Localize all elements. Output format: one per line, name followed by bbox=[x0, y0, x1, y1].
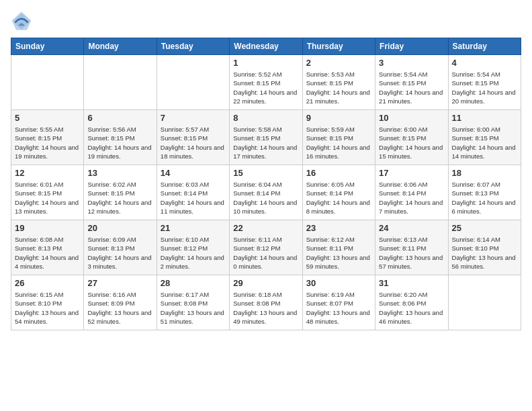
day-info: Sunrise: 6:20 AM Sunset: 8:06 PM Dayligh… bbox=[379, 290, 444, 326]
logo-icon bbox=[11, 11, 32, 32]
calendar-cell: 21Sunrise: 6:10 AM Sunset: 8:12 PM Dayli… bbox=[157, 220, 229, 275]
calendar-cell bbox=[84, 55, 157, 110]
calendar-week-1: 1Sunrise: 5:52 AM Sunset: 8:15 PM Daylig… bbox=[11, 55, 521, 110]
svg-marker-1 bbox=[12, 12, 32, 30]
calendar-cell: 19Sunrise: 6:08 AM Sunset: 8:13 PM Dayli… bbox=[11, 220, 84, 275]
calendar-cell: 30Sunrise: 6:19 AM Sunset: 8:07 PM Dayli… bbox=[302, 275, 375, 330]
day-number: 25 bbox=[452, 223, 517, 233]
day-info: Sunrise: 5:53 AM Sunset: 8:15 PM Dayligh… bbox=[306, 70, 371, 105]
day-number: 3 bbox=[379, 58, 444, 68]
calendar-cell: 24Sunrise: 6:13 AM Sunset: 8:11 PM Dayli… bbox=[375, 220, 448, 275]
day-number: 10 bbox=[379, 113, 444, 123]
day-info: Sunrise: 6:00 AM Sunset: 8:15 PM Dayligh… bbox=[379, 125, 444, 161]
day-info: Sunrise: 6:17 AM Sunset: 8:08 PM Dayligh… bbox=[161, 290, 226, 326]
weekday-header-friday: Friday bbox=[375, 38, 448, 55]
day-info: Sunrise: 6:07 AM Sunset: 8:13 PM Dayligh… bbox=[452, 180, 517, 216]
day-number: 14 bbox=[161, 168, 226, 178]
day-info: Sunrise: 5:58 AM Sunset: 8:15 PM Dayligh… bbox=[233, 125, 298, 161]
day-info: Sunrise: 6:18 AM Sunset: 8:08 PM Dayligh… bbox=[233, 290, 298, 326]
day-info: Sunrise: 6:03 AM Sunset: 8:14 PM Dayligh… bbox=[161, 180, 226, 216]
weekday-header-thursday: Thursday bbox=[302, 38, 375, 55]
day-number: 1 bbox=[233, 58, 298, 68]
calendar-cell: 7Sunrise: 5:57 AM Sunset: 8:15 PM Daylig… bbox=[157, 110, 229, 165]
weekday-header-row: SundayMondayTuesdayWednesdayThursdayFrid… bbox=[11, 38, 521, 55]
calendar-cell: 29Sunrise: 6:18 AM Sunset: 8:08 PM Dayli… bbox=[230, 275, 302, 330]
calendar-cell: 25Sunrise: 6:14 AM Sunset: 8:10 PM Dayli… bbox=[448, 220, 521, 275]
calendar-body: 1Sunrise: 5:52 AM Sunset: 8:15 PM Daylig… bbox=[11, 55, 521, 330]
day-number: 21 bbox=[161, 223, 226, 233]
calendar-cell: 28Sunrise: 6:17 AM Sunset: 8:08 PM Dayli… bbox=[157, 275, 229, 330]
day-number: 28 bbox=[161, 278, 226, 288]
day-number: 19 bbox=[15, 223, 80, 233]
day-info: Sunrise: 6:10 AM Sunset: 8:12 PM Dayligh… bbox=[161, 235, 226, 271]
calendar-cell: 13Sunrise: 6:02 AM Sunset: 8:15 PM Dayli… bbox=[84, 165, 157, 220]
calendar-week-3: 12Sunrise: 6:01 AM Sunset: 8:15 PM Dayli… bbox=[11, 165, 521, 220]
day-info: Sunrise: 6:06 AM Sunset: 8:14 PM Dayligh… bbox=[379, 180, 444, 216]
page-header bbox=[11, 11, 521, 32]
day-number: 5 bbox=[15, 113, 80, 123]
calendar-cell: 8Sunrise: 5:58 AM Sunset: 8:15 PM Daylig… bbox=[230, 110, 302, 165]
day-number: 26 bbox=[15, 278, 80, 288]
calendar-cell bbox=[448, 275, 521, 330]
day-info: Sunrise: 6:05 AM Sunset: 8:14 PM Dayligh… bbox=[306, 180, 371, 216]
logo bbox=[11, 11, 35, 32]
calendar-week-4: 19Sunrise: 6:08 AM Sunset: 8:13 PM Dayli… bbox=[11, 220, 521, 275]
weekday-header-saturday: Saturday bbox=[448, 38, 521, 55]
day-number: 18 bbox=[452, 168, 517, 178]
calendar-cell: 27Sunrise: 6:16 AM Sunset: 8:09 PM Dayli… bbox=[84, 275, 157, 330]
calendar-cell: 5Sunrise: 5:55 AM Sunset: 8:15 PM Daylig… bbox=[11, 110, 84, 165]
calendar-cell: 20Sunrise: 6:09 AM Sunset: 8:13 PM Dayli… bbox=[84, 220, 157, 275]
calendar-cell: 16Sunrise: 6:05 AM Sunset: 8:14 PM Dayli… bbox=[302, 165, 375, 220]
day-info: Sunrise: 6:09 AM Sunset: 8:13 PM Dayligh… bbox=[87, 235, 152, 271]
calendar-cell: 26Sunrise: 6:15 AM Sunset: 8:10 PM Dayli… bbox=[11, 275, 84, 330]
day-info: Sunrise: 5:59 AM Sunset: 8:15 PM Dayligh… bbox=[306, 125, 371, 161]
day-number: 15 bbox=[233, 168, 298, 178]
day-number: 6 bbox=[87, 113, 152, 123]
day-info: Sunrise: 6:11 AM Sunset: 8:12 PM Dayligh… bbox=[233, 235, 298, 271]
calendar-cell: 9Sunrise: 5:59 AM Sunset: 8:15 PM Daylig… bbox=[302, 110, 375, 165]
weekday-header-wednesday: Wednesday bbox=[230, 38, 302, 55]
calendar-cell: 18Sunrise: 6:07 AM Sunset: 8:13 PM Dayli… bbox=[448, 165, 521, 220]
day-info: Sunrise: 5:54 AM Sunset: 8:15 PM Dayligh… bbox=[379, 70, 444, 105]
day-info: Sunrise: 6:12 AM Sunset: 8:11 PM Dayligh… bbox=[306, 235, 371, 271]
day-info: Sunrise: 6:00 AM Sunset: 8:15 PM Dayligh… bbox=[452, 125, 517, 161]
calendar-header: SundayMondayTuesdayWednesdayThursdayFrid… bbox=[11, 38, 521, 55]
calendar-cell bbox=[11, 55, 84, 110]
day-number: 13 bbox=[87, 168, 152, 178]
calendar-cell: 22Sunrise: 6:11 AM Sunset: 8:12 PM Dayli… bbox=[230, 220, 302, 275]
day-info: Sunrise: 6:13 AM Sunset: 8:11 PM Dayligh… bbox=[379, 235, 444, 271]
calendar-cell: 6Sunrise: 5:56 AM Sunset: 8:15 PM Daylig… bbox=[84, 110, 157, 165]
day-info: Sunrise: 5:55 AM Sunset: 8:15 PM Dayligh… bbox=[15, 125, 80, 161]
weekday-header-monday: Monday bbox=[84, 38, 157, 55]
day-number: 31 bbox=[379, 278, 444, 288]
day-info: Sunrise: 6:02 AM Sunset: 8:15 PM Dayligh… bbox=[87, 180, 152, 216]
day-info: Sunrise: 6:16 AM Sunset: 8:09 PM Dayligh… bbox=[87, 290, 152, 326]
day-number: 20 bbox=[87, 223, 152, 233]
day-number: 24 bbox=[379, 223, 444, 233]
weekday-header-sunday: Sunday bbox=[11, 38, 84, 55]
calendar-cell: 11Sunrise: 6:00 AM Sunset: 8:15 PM Dayli… bbox=[448, 110, 521, 165]
calendar-cell: 31Sunrise: 6:20 AM Sunset: 8:06 PM Dayli… bbox=[375, 275, 448, 330]
day-number: 22 bbox=[233, 223, 298, 233]
calendar-cell: 17Sunrise: 6:06 AM Sunset: 8:14 PM Dayli… bbox=[375, 165, 448, 220]
calendar-cell: 1Sunrise: 5:52 AM Sunset: 8:15 PM Daylig… bbox=[230, 55, 302, 110]
day-number: 9 bbox=[306, 113, 371, 123]
day-info: Sunrise: 6:08 AM Sunset: 8:13 PM Dayligh… bbox=[15, 235, 80, 271]
day-info: Sunrise: 5:52 AM Sunset: 8:15 PM Dayligh… bbox=[233, 70, 298, 105]
weekday-header-tuesday: Tuesday bbox=[157, 38, 229, 55]
calendar-cell: 14Sunrise: 6:03 AM Sunset: 8:14 PM Dayli… bbox=[157, 165, 229, 220]
day-info: Sunrise: 6:04 AM Sunset: 8:14 PM Dayligh… bbox=[233, 180, 298, 216]
day-number: 17 bbox=[379, 168, 444, 178]
day-info: Sunrise: 5:56 AM Sunset: 8:15 PM Dayligh… bbox=[87, 125, 152, 161]
calendar-cell: 10Sunrise: 6:00 AM Sunset: 8:15 PM Dayli… bbox=[375, 110, 448, 165]
day-number: 2 bbox=[306, 58, 371, 68]
day-number: 8 bbox=[233, 113, 298, 123]
day-info: Sunrise: 6:19 AM Sunset: 8:07 PM Dayligh… bbox=[306, 290, 371, 326]
calendar-cell: 2Sunrise: 5:53 AM Sunset: 8:15 PM Daylig… bbox=[302, 55, 375, 110]
day-number: 16 bbox=[306, 168, 371, 178]
day-number: 30 bbox=[306, 278, 371, 288]
calendar-week-5: 26Sunrise: 6:15 AM Sunset: 8:10 PM Dayli… bbox=[11, 275, 521, 330]
calendar-cell: 3Sunrise: 5:54 AM Sunset: 8:15 PM Daylig… bbox=[375, 55, 448, 110]
day-info: Sunrise: 6:15 AM Sunset: 8:10 PM Dayligh… bbox=[15, 290, 80, 326]
calendar-cell: 15Sunrise: 6:04 AM Sunset: 8:14 PM Dayli… bbox=[230, 165, 302, 220]
